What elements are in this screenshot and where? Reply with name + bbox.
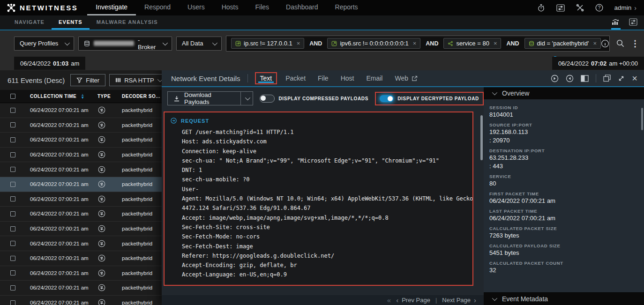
row-checkbox[interactable] xyxy=(10,285,15,290)
preferences-icon[interactable] xyxy=(556,4,565,12)
filter-button[interactable]: Filter xyxy=(70,74,105,86)
range-start-time[interactable]: 06/24/2022 01:03 am xyxy=(14,57,85,70)
query-operator: AND xyxy=(309,40,322,47)
search-icon[interactable] xyxy=(614,39,627,48)
table-row[interactable]: 06/24/2022 07:00:21 ampackethybrid xyxy=(0,192,162,207)
subnav-item-events[interactable]: EVENTS xyxy=(52,15,90,30)
tab-file[interactable]: File xyxy=(312,72,335,85)
row-checkbox[interactable] xyxy=(10,256,15,261)
row-checkbox[interactable] xyxy=(10,152,15,157)
topnav-item-files[interactable]: Files xyxy=(247,0,277,15)
table-row[interactable]: 06/24/2022 07:00:21 ampackethybrid xyxy=(0,177,162,192)
restore-window-icon[interactable] xyxy=(603,74,611,82)
table-row[interactable]: 06/24/2022 07:00:21 ampackethybrid xyxy=(0,162,162,177)
field-value: 7263 bytes xyxy=(489,232,644,239)
column-preset-dropdown[interactable]: RSA HTTP xyxy=(109,74,167,86)
close-icon[interactable]: × xyxy=(632,74,637,83)
query-profiles-dropdown[interactable]: Query Profiles xyxy=(14,37,74,51)
table-row[interactable]: 06/24/2022 07:00:21 ampackethybrid xyxy=(0,133,162,148)
column-decoder-source[interactable]: DECODER SO... xyxy=(116,94,162,99)
query-pill[interactable]: did = 'packethybrid'× xyxy=(524,38,601,49)
query-pill-bar[interactable]: ip.src != 127.0.0.1×ANDipv6.src != 0:0:0… xyxy=(226,36,610,52)
request-line: DNT: 1 xyxy=(182,165,472,175)
close-icon[interactable]: × xyxy=(494,40,497,47)
first-page-icon[interactable]: « xyxy=(387,296,391,304)
subnav-item-navigate[interactable]: NAVIGATE xyxy=(7,15,52,30)
sort-icon[interactable]: ▲▼ xyxy=(81,94,84,99)
event-preferences-icon[interactable] xyxy=(629,15,637,30)
event-metadata-section-header[interactable]: Event Metadata xyxy=(484,292,644,305)
compressed-payloads-toggle[interactable] xyxy=(260,95,275,103)
prev-page-button[interactable]: ‹ Prev Page xyxy=(396,296,430,304)
tab-text[interactable]: Text xyxy=(255,72,277,84)
broker-dropdown[interactable]: - Broker xyxy=(78,37,172,51)
divider: | xyxy=(435,297,437,304)
close-icon[interactable]: × xyxy=(413,40,417,47)
range-end-time[interactable]: 06/24/2022 07:02 am +00:00 xyxy=(552,57,644,70)
column-collection-time[interactable]: COLLECTION TIME ▲▼ xyxy=(22,94,92,99)
table-row[interactable]: 06/24/2022 07:00:21 ampackethybrid xyxy=(0,296,162,305)
table-row[interactable]: 06/24/2022 07:00:21 ampackethybrid xyxy=(0,207,162,222)
query-pill[interactable]: ipv6.src != 0:0:0:0:0:0:0:1× xyxy=(327,38,420,49)
subnav-item-malware-analysis[interactable]: MALWARE ANALYSIS xyxy=(90,15,165,30)
events-chart-toggle[interactable] xyxy=(611,15,621,30)
row-checkbox[interactable] xyxy=(10,108,15,113)
query-pill[interactable]: service = 80× xyxy=(443,38,501,49)
topnav-item-respond[interactable]: Respond xyxy=(136,0,179,15)
row-checkbox[interactable] xyxy=(10,270,15,275)
next-page-button[interactable]: Next Page › xyxy=(442,296,476,304)
topnav-item-dashboard[interactable]: Dashboard xyxy=(277,0,327,15)
split-view-icon[interactable] xyxy=(581,75,589,82)
column-type[interactable]: TYPE xyxy=(92,94,116,99)
table-row[interactable]: 06/24/2022 07:00:21 ampackethybrid xyxy=(0,118,162,133)
row-checkbox[interactable] xyxy=(10,122,15,127)
decrypted-payload-toggle[interactable] xyxy=(380,95,394,102)
table-row[interactable]: 06/24/2022 07:00:21 ampackethybrid xyxy=(0,148,162,163)
close-icon[interactable]: × xyxy=(593,40,597,47)
overview-section-header[interactable]: Overview xyxy=(484,87,644,99)
table-row[interactable]: 06/24/2022 07:00:21 ampackethybrid xyxy=(0,236,162,251)
close-icon[interactable]: × xyxy=(297,40,300,47)
tab-packet[interactable]: Packet xyxy=(279,72,312,85)
tab-web[interactable]: Web xyxy=(389,72,424,85)
row-checkbox[interactable] xyxy=(10,241,15,246)
table-row[interactable]: 06/24/2022 07:00:21 ampackethybrid xyxy=(0,251,162,266)
row-checkbox[interactable] xyxy=(10,196,15,201)
admin-tools-icon[interactable] xyxy=(576,4,584,12)
help-icon[interactable]: ? xyxy=(595,4,603,12)
panel-title: Network Event Details xyxy=(171,74,240,82)
row-checkbox[interactable] xyxy=(10,226,15,231)
row-checkbox[interactable] xyxy=(10,167,15,172)
select-all-checkbox[interactable] xyxy=(10,94,15,99)
info-icon[interactable] xyxy=(601,39,609,48)
table-row[interactable]: 06/24/2022 07:00:21 ampackethybrid xyxy=(0,103,162,118)
row-checkbox[interactable] xyxy=(10,211,15,216)
topnav-item-investigate[interactable]: Investigate xyxy=(87,0,136,15)
user-menu[interactable]: admin › xyxy=(614,4,637,12)
next-event-icon[interactable] xyxy=(551,74,559,82)
table-row[interactable]: 06/24/2022 07:00:21 ampackethybrid xyxy=(0,266,162,281)
tab-email[interactable]: Email xyxy=(360,72,389,85)
topnav-item-hosts[interactable]: Hosts xyxy=(213,0,247,15)
topnav-item-users[interactable]: Users xyxy=(179,0,213,15)
download-payloads-button[interactable]: Download Payloads xyxy=(167,91,253,105)
stopwatch-icon[interactable] xyxy=(537,4,545,12)
text-analysis-pane: Download Payloads DISPLAY COMPRESSED PAY… xyxy=(162,87,484,305)
table-row[interactable]: 06/24/2022 07:00:21 ampackethybrid xyxy=(0,222,162,237)
vertical-scrollbar[interactable] xyxy=(480,115,483,160)
query-pill[interactable]: ip.src != 127.0.0.1× xyxy=(231,38,304,49)
time-range-dropdown[interactable]: All Data xyxy=(176,37,222,51)
row-checkbox[interactable] xyxy=(10,300,15,305)
download-options-dropdown[interactable] xyxy=(240,92,253,105)
tab-host[interactable]: Host xyxy=(335,72,360,85)
topnav-item-reports[interactable]: Reports xyxy=(327,0,367,15)
sidebar-scrollbar[interactable] xyxy=(641,108,643,130)
expand-icon[interactable] xyxy=(618,75,625,82)
field-label: CALCULATED PAYLOAD SIZE xyxy=(489,243,644,248)
row-checkbox[interactable] xyxy=(10,137,15,142)
row-checkbox[interactable] xyxy=(10,182,15,187)
brand-name: NETWITNESS xyxy=(20,4,78,12)
kebab-menu-icon[interactable]: ⋮ xyxy=(631,39,637,48)
table-row[interactable]: 06/24/2022 07:00:21 ampackethybrid xyxy=(0,281,162,296)
prev-event-icon[interactable] xyxy=(566,74,574,82)
